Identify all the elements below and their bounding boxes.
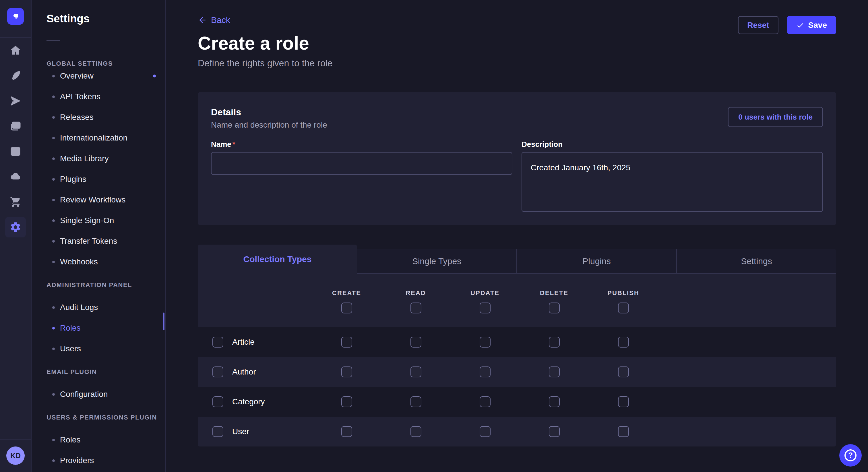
permission-checkbox[interactable] — [479, 367, 491, 377]
subnav-item[interactable]: Overview — [46, 66, 165, 86]
back-link[interactable]: Back — [198, 15, 230, 25]
permission-checkbox[interactable] — [549, 396, 560, 407]
cloud-icon[interactable] — [0, 164, 31, 189]
reset-button[interactable]: Reset — [738, 16, 778, 34]
table-row: Category — [198, 387, 836, 417]
subnav-section: EMAIL PLUGIN Configuration — [46, 368, 165, 405]
permission-checkbox[interactable] — [549, 367, 560, 377]
row-checkbox[interactable] — [212, 337, 223, 347]
permissions-tab[interactable]: Settings — [676, 249, 836, 274]
layout-panel-icon[interactable] — [0, 139, 31, 164]
details-subtitle: Name and description of the role — [211, 121, 327, 130]
permission-checkbox[interactable] — [341, 396, 352, 407]
select-all-checkbox[interactable] — [341, 303, 352, 313]
paper-plane-icon[interactable] — [0, 88, 31, 113]
bullet-icon — [52, 439, 55, 441]
settings-subnav: Settings GLOBAL SETTINGS Overview API To… — [32, 0, 166, 472]
permission-checkbox[interactable] — [341, 426, 352, 437]
subnav-item[interactable]: Roles — [46, 430, 165, 450]
name-input[interactable] — [211, 152, 513, 175]
subnav-item[interactable]: Plugins — [46, 169, 165, 190]
column-label: READ — [406, 289, 426, 297]
description-textarea[interactable]: Created January 16th, 2025 — [522, 152, 823, 212]
pictures-icon[interactable] — [0, 113, 31, 139]
permission-checkbox[interactable] — [618, 367, 629, 377]
home-icon[interactable] — [0, 38, 31, 63]
tab-label: Single Types — [412, 256, 461, 266]
subnav-item[interactable]: Single Sign-On — [46, 210, 165, 231]
permission-checkbox[interactable] — [341, 337, 352, 347]
description-field: Description Created January 16th, 2025 — [522, 140, 823, 213]
page-title: Create a role — [198, 33, 836, 54]
page-header: Create a role Reset Save — [198, 33, 836, 54]
select-all-checkbox[interactable] — [549, 303, 560, 313]
subnav-item[interactable]: Internationalization — [46, 128, 165, 148]
subnav-item[interactable]: Webhooks — [46, 251, 165, 272]
subnav-item-label: Configuration — [60, 390, 108, 399]
details-card-titles: Details Name and description of the role — [211, 107, 327, 130]
subnav-item[interactable]: Review Workflows — [46, 190, 165, 210]
subnav-item[interactable]: API Tokens — [46, 86, 165, 107]
permission-checkbox[interactable] — [549, 426, 560, 437]
subnav-item[interactable]: Audit Logs — [46, 297, 165, 318]
feather-pen-icon[interactable] — [0, 63, 31, 88]
column-label: PUBLISH — [608, 289, 639, 297]
select-all-checkbox[interactable] — [410, 303, 422, 313]
permission-checkbox[interactable] — [410, 426, 422, 437]
help-button[interactable]: ? — [839, 444, 862, 467]
bullet-icon — [52, 96, 55, 98]
avatar[interactable]: KD — [6, 446, 25, 465]
permission-checkbox[interactable] — [549, 337, 560, 347]
permission-checkbox[interactable] — [618, 426, 629, 437]
permission-column-header: CREATE — [312, 289, 381, 313]
permission-cell — [381, 426, 451, 437]
row-checkbox[interactable] — [212, 367, 223, 377]
subnav-item[interactable]: Configuration — [46, 384, 165, 405]
permission-cell — [589, 337, 658, 347]
permission-checkbox[interactable] — [410, 337, 422, 347]
permission-cell — [520, 426, 589, 437]
permission-checkbox[interactable] — [618, 337, 629, 347]
permissions-tab[interactable]: Collection Types — [198, 245, 357, 274]
permission-column-header: PUBLISH — [589, 289, 658, 313]
permission-checkbox[interactable] — [479, 337, 491, 347]
permission-checkbox[interactable] — [479, 426, 491, 437]
bullet-icon — [52, 306, 55, 309]
subnav-title: Settings — [46, 0, 165, 25]
name-label: Name* — [211, 140, 513, 147]
permission-checkbox[interactable] — [410, 367, 422, 377]
tab-label: Settings — [741, 256, 772, 266]
strapi-logo[interactable] — [7, 8, 24, 25]
question-mark-icon: ? — [844, 449, 857, 461]
subnav-item[interactable]: Transfer Tokens — [46, 231, 165, 251]
permission-cell — [381, 396, 451, 407]
permission-checkbox[interactable] — [410, 396, 422, 407]
select-all-checkbox[interactable] — [618, 303, 629, 313]
bullet-icon — [52, 393, 55, 396]
subnav-item[interactable]: Releases — [46, 107, 165, 128]
header-actions: Reset Save — [738, 16, 836, 34]
subnav-item[interactable]: Roles — [46, 318, 165, 338]
rail-bottom: KD — [0, 439, 31, 472]
strapi-logo-icon — [11, 12, 20, 21]
row-checkbox[interactable] — [212, 396, 223, 407]
subnav-item[interactable]: Users — [46, 338, 165, 359]
scrollbar-thumb[interactable] — [163, 312, 164, 330]
select-all-checkbox[interactable] — [479, 303, 491, 313]
permissions-tab[interactable]: Single Types — [357, 249, 516, 274]
row-checkbox[interactable] — [212, 426, 223, 437]
permission-checkbox[interactable] — [618, 396, 629, 407]
bullet-icon — [52, 75, 55, 77]
permission-checkbox[interactable] — [479, 396, 491, 407]
permissions-tab[interactable]: Plugins — [516, 249, 676, 274]
shopping-cart-icon[interactable] — [0, 189, 31, 214]
users-with-role-button[interactable]: 0 users with this role — [728, 107, 823, 127]
subnav-item[interactable]: Providers — [46, 450, 165, 471]
subnav-item[interactable]: Media Library — [46, 148, 165, 169]
subnav-section-list: Audit Logs Roles Users — [46, 297, 165, 359]
gear-icon[interactable] — [0, 214, 31, 240]
permission-checkbox[interactable] — [341, 367, 352, 377]
permission-cell — [381, 367, 451, 377]
save-button[interactable]: Save — [787, 16, 836, 34]
check-icon — [796, 21, 804, 29]
